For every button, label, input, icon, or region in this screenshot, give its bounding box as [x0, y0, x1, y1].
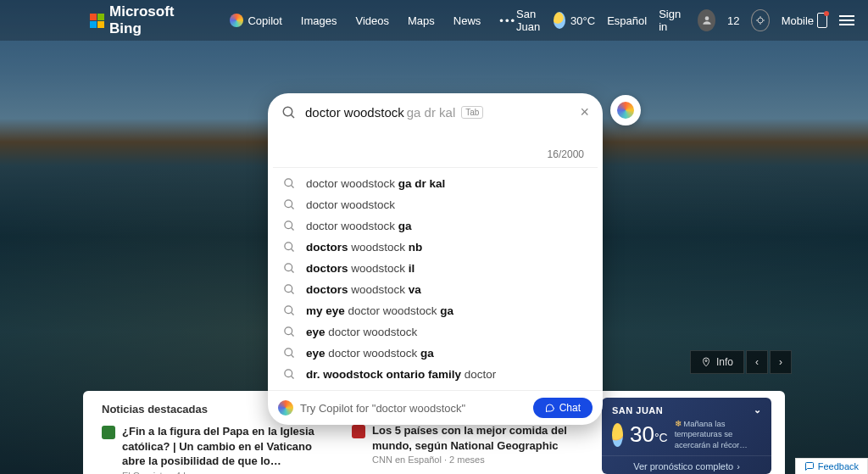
clear-search-button[interactable]: × [580, 103, 589, 121]
news-source-icon [352, 425, 365, 438]
search-icon [281, 105, 297, 120]
tab-hint: Tab [461, 106, 483, 119]
mobile-link[interactable]: Mobile [782, 13, 827, 28]
copilot-icon [230, 14, 243, 27]
weather-temp: 30°C [630, 421, 668, 448]
svg-point-0 [704, 16, 709, 20]
svg-point-14 [285, 285, 292, 293]
news-title: ¿Fin a la figura del Papa en la Iglesia … [122, 424, 335, 469]
chevron-down-icon[interactable]: ⌄ [754, 404, 762, 415]
svg-line-3 [291, 114, 294, 118]
news-source-icon [102, 426, 115, 439]
search-suggestion[interactable]: doctors woodstock il [268, 258, 603, 279]
copilot-suggestion-row: Try Copilot for "doctor woodstock" Chat [268, 390, 603, 425]
svg-line-21 [291, 354, 293, 357]
nav-videos[interactable]: Videos [356, 14, 390, 27]
nav-news[interactable]: News [453, 14, 481, 27]
weather-icon [554, 12, 565, 29]
search-icon [283, 198, 296, 211]
microsoft-logo-icon [90, 14, 104, 28]
svg-point-24 [705, 360, 707, 362]
svg-line-15 [291, 291, 293, 293]
search-icon [283, 304, 296, 317]
svg-line-19 [291, 333, 293, 336]
rewards-icon[interactable] [751, 9, 769, 31]
search-suggestion[interactable]: doctors woodstock nb [268, 237, 603, 258]
svg-point-4 [285, 179, 292, 187]
image-info-bar: Info ‹ › [690, 350, 792, 374]
news-item[interactable]: Los 5 países con la mejor comida del mun… [352, 423, 585, 465]
search-suggestion[interactable]: my eye doctor woodstock ga [268, 300, 603, 321]
svg-line-17 [291, 312, 293, 315]
copilot-icon [617, 102, 634, 119]
svg-line-7 [291, 206, 293, 209]
news-meta: El Cronista · 4 horas [122, 471, 335, 474]
chat-button[interactable]: Chat [533, 398, 593, 418]
news-meta: CNN en Español · 2 meses [372, 454, 585, 465]
nav-images[interactable]: Images [301, 14, 337, 27]
svg-point-10 [285, 243, 292, 250]
search-icon [283, 177, 296, 190]
news-title: Los 5 países con la mejor comida del mun… [372, 423, 585, 453]
svg-point-1 [758, 18, 763, 23]
search-suggestion[interactable]: eye doctor woodstock [268, 321, 603, 343]
svg-line-13 [291, 270, 293, 272]
svg-point-6 [285, 200, 292, 208]
nav-maps[interactable]: Maps [408, 14, 435, 27]
language-toggle[interactable]: Español [607, 14, 647, 27]
weather-full-forecast-link[interactable]: Ver pronóstico completo › [602, 455, 771, 474]
nav-copilot[interactable]: Copilot [230, 14, 281, 27]
search-icon [283, 368, 296, 381]
svg-point-12 [285, 264, 292, 271]
hamburger-menu[interactable] [839, 15, 854, 25]
svg-point-16 [285, 306, 292, 314]
location-pin-icon [701, 357, 711, 367]
chevron-right-icon: › [737, 461, 740, 471]
svg-point-2 [283, 107, 292, 116]
header-weather[interactable]: San Juan 30°C [516, 8, 595, 33]
signin-link[interactable]: Sign in [659, 8, 686, 33]
feedback-icon [804, 461, 815, 471]
svg-line-5 [291, 185, 293, 187]
info-button[interactable]: Info [690, 350, 744, 374]
weather-card[interactable]: SAN JUAN ⌄ 30°C ❄ Mañana las temperatura… [602, 398, 771, 474]
char-counter: 16/2000 [268, 125, 603, 167]
prev-image-button[interactable]: ‹ [746, 350, 768, 374]
copilot-prompt-text[interactable]: Try Copilot for "doctor woodstock" [300, 402, 526, 415]
search-suggestion[interactable]: dr. woodstock ontario family doctor [268, 364, 603, 385]
search-suggestion[interactable]: doctors woodstock va [268, 279, 603, 300]
weather-location: SAN JUAN ⌄ [612, 404, 761, 415]
avatar-icon[interactable] [698, 9, 715, 31]
search-suggestion[interactable]: doctor woodstock ga [268, 215, 603, 237]
copilot-fab[interactable] [610, 95, 641, 125]
nav: Copilot Images Videos Maps News ••• [230, 14, 516, 27]
search-icon [283, 326, 296, 338]
header: Microsoft Bing Copilot Images Videos Map… [0, 0, 868, 41]
mobile-icon [817, 13, 827, 28]
search-suggestions: doctor woodstock ga dr kaldoctor woodsto… [268, 168, 603, 390]
feedback-button[interactable]: Feedback [795, 458, 868, 474]
weather-forecast-text: ❄ Mañana las temperaturas se acercarán a… [675, 419, 761, 450]
svg-line-9 [291, 227, 293, 230]
brand-text: Microsoft Bing [109, 3, 179, 37]
news-item[interactable]: ¿Fin a la figura del Papa en la Iglesia … [102, 424, 335, 474]
search-suggestion[interactable]: eye doctor woodstock ga [268, 343, 603, 364]
search-suggestion[interactable]: doctor woodstock ga dr kal [268, 173, 603, 194]
nav-more[interactable]: ••• [499, 14, 516, 27]
next-image-button[interactable]: › [770, 350, 792, 374]
search-suggestion[interactable]: doctor woodstock [268, 194, 603, 215]
svg-line-11 [291, 248, 293, 251]
svg-point-8 [285, 221, 292, 229]
search-panel: doctor woodstock ga dr kal Tab × 16/2000… [268, 93, 603, 425]
search-icon [283, 220, 296, 232]
search-ghost-completion: ga dr kal [407, 105, 456, 120]
svg-line-23 [291, 376, 293, 378]
chat-icon [545, 403, 555, 413]
rewards-points: 12 [727, 14, 739, 27]
search-icon [283, 262, 296, 275]
search-input-row[interactable]: doctor woodstock ga dr kal Tab × [268, 93, 603, 125]
search-input[interactable]: doctor woodstock ga dr kal Tab [305, 105, 571, 120]
svg-point-18 [285, 327, 292, 335]
logo[interactable]: Microsoft Bing [90, 3, 179, 37]
search-icon [283, 283, 296, 296]
